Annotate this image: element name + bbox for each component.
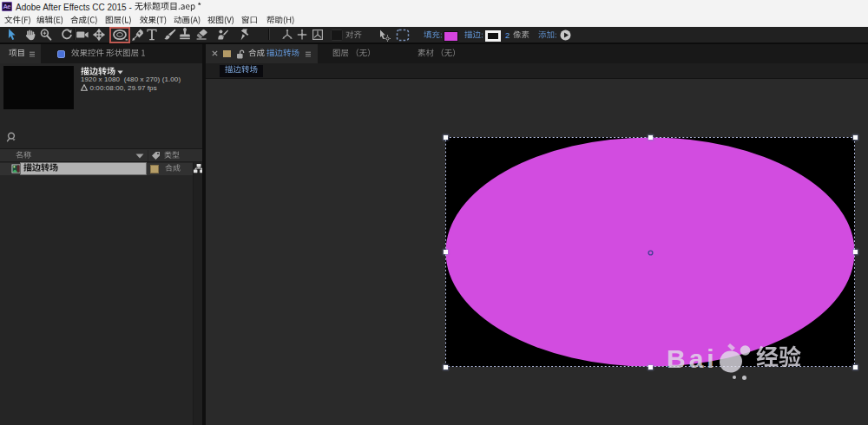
menu-animation[interactable] — [170, 16, 205, 26]
column-header-name[interactable] — [16, 151, 31, 160]
tab-effect-controls-label[interactable] — [71, 49, 146, 58]
menu-effect[interactable] — [136, 16, 171, 26]
pan-behind-tool-icon[interactable] — [92, 28, 106, 42]
menu-help-label — [266, 16, 295, 25]
comp-info-dropdown-icon[interactable] — [117, 70, 123, 75]
selection-handle[interactable] — [853, 365, 858, 369]
stroke-label[interactable] — [464, 30, 483, 40]
menu-edit[interactable] — [33, 16, 68, 26]
icon-graphic — [238, 28, 252, 42]
view-axis-mode-icon[interactable] — [311, 28, 325, 42]
icon-graphic — [194, 28, 208, 42]
ellipse-tool-highlight-annotation — [109, 27, 130, 43]
menu-view-label — [207, 16, 234, 25]
stroke-width-value[interactable]: 2 — [505, 30, 510, 40]
pen-tool-icon[interactable] — [131, 28, 145, 42]
menu-view[interactable] — [204, 16, 238, 26]
snap-cursor-icon[interactable] — [378, 29, 391, 42]
tab-composition-label[interactable] — [248, 49, 265, 58]
comp-breadcrumb[interactable] — [220, 65, 264, 77]
comp-duration-info: 0:00:08:00, 29.97 fps — [90, 84, 157, 92]
icon-graphic — [39, 28, 53, 42]
add-shape-attr-button[interactable] — [560, 29, 571, 41]
project-panel-menu-icon[interactable] — [30, 51, 35, 57]
watermark-paw-icon — [719, 342, 753, 375]
menu-bar — [0, 13, 868, 27]
comp-duration-icon — [81, 84, 88, 91]
icon-graphic — [11, 164, 21, 173]
puppet-pin-tool-icon[interactable] — [238, 28, 252, 42]
icon-graphic — [306, 51, 311, 57]
lock-icon[interactable] — [236, 49, 245, 59]
label-column-icon[interactable] — [151, 151, 161, 160]
selection-tool-icon[interactable] — [5, 28, 19, 42]
menu-effect-label — [140, 16, 168, 25]
zoom-tool-icon[interactable] — [39, 28, 53, 42]
world-axis-mode-icon[interactable] — [295, 28, 309, 42]
selection-handle[interactable] — [444, 250, 448, 254]
rotate-tool-icon[interactable] — [60, 28, 74, 42]
close-icon[interactable] — [212, 50, 218, 56]
column-header-type[interactable] — [164, 151, 180, 160]
project-scrollbar-track[interactable] — [193, 162, 202, 425]
selection-handle[interactable] — [444, 365, 448, 369]
after-effects-window: {"window": {"app_icon": "ae-logo","title… — [0, 0, 868, 425]
add-label[interactable] — [538, 30, 557, 40]
icon-graphic — [145, 28, 159, 42]
search-icon[interactable] — [5, 131, 19, 144]
tab-project-label[interactable] — [9, 49, 25, 58]
anchor-point[interactable] — [648, 250, 654, 256]
clone-stamp-tool-icon[interactable] — [178, 28, 192, 42]
icon-graphic — [311, 28, 325, 42]
icon-graphic — [81, 84, 88, 91]
camera-tool-icon[interactable] — [76, 28, 89, 42]
menu-file[interactable] — [1, 16, 35, 26]
selection-handle[interactable] — [444, 135, 448, 140]
icon-graphic — [92, 28, 106, 42]
menu-layer[interactable] — [102, 16, 135, 26]
baidu-jingyan-watermark: Bai — [667, 343, 718, 375]
fill-color-swatch[interactable] — [444, 31, 458, 42]
menu-help[interactable] — [263, 16, 299, 26]
icon-graphic — [331, 29, 343, 41]
project-item-row[interactable] — [0, 163, 193, 175]
tab-layer-label[interactable] — [332, 49, 376, 58]
selection-handle[interactable] — [853, 250, 858, 254]
composition-item-icon — [11, 164, 21, 173]
sort-caret-icon[interactable] — [135, 154, 144, 159]
hand-tool-icon[interactable] — [23, 28, 37, 42]
menu-animation-label — [174, 16, 201, 25]
item-label-swatch[interactable] — [150, 165, 159, 173]
project-panel: 1920 x 1080 (480 x 270) (1.00) 0:00:08:0… — [0, 44, 202, 425]
selection-handle[interactable] — [648, 135, 653, 140]
icon-graphic — [236, 49, 245, 59]
snap-toggle-icon[interactable] — [331, 29, 343, 41]
comp-panel-tabstrip — [206, 44, 868, 63]
marquee-icon[interactable] — [396, 29, 410, 42]
menu-composition[interactable] — [67, 16, 102, 26]
roto-brush-tool-icon[interactable] — [216, 28, 230, 42]
fill-label[interactable] — [424, 30, 443, 40]
effect-controls-tab-icon — [57, 50, 65, 58]
brush-tool-icon[interactable] — [163, 28, 177, 42]
breadcrumb-comp-name — [225, 65, 258, 75]
tab-composition-name[interactable] — [266, 49, 299, 58]
toolbar: 2 — [0, 27, 868, 44]
comp-panel-menu-icon[interactable] — [306, 51, 311, 57]
window-title-filename — [135, 2, 202, 12]
tab-footage-label[interactable] — [418, 49, 461, 58]
toolbar-separator — [74, 29, 76, 40]
selection-handle[interactable] — [853, 135, 858, 140]
icon-graphic — [76, 28, 89, 42]
local-axis-mode-icon[interactable] — [280, 28, 294, 42]
watermark-dot — [742, 376, 746, 380]
stroke-color-swatch[interactable] — [485, 30, 501, 42]
menu-window[interactable] — [238, 16, 261, 26]
selection-handle[interactable] — [648, 365, 653, 369]
icon-graphic — [560, 29, 571, 41]
eraser-tool-icon[interactable] — [194, 28, 208, 42]
type-tool-icon[interactable] — [145, 28, 159, 42]
item-name-edit-field[interactable] — [21, 163, 146, 174]
icon-graphic — [396, 29, 410, 42]
watermark-brand-text: Bai — [667, 343, 718, 374]
